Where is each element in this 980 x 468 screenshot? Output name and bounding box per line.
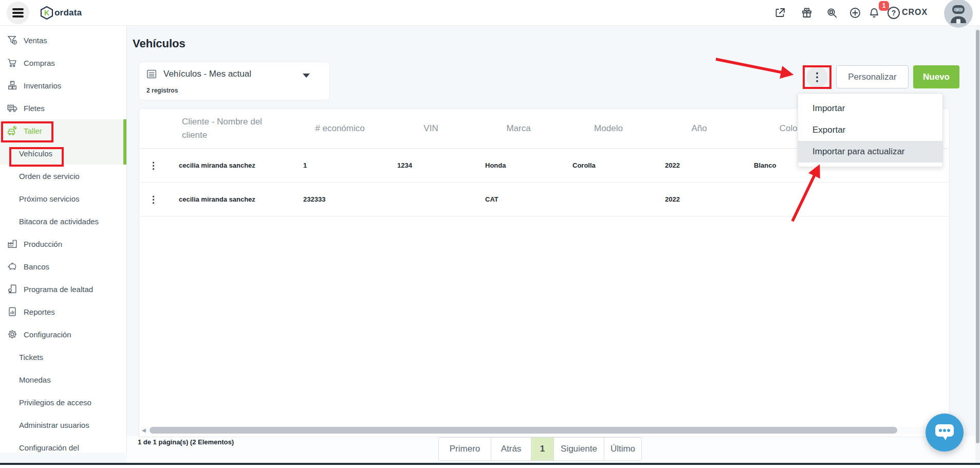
pagination-summary: 1 de 1 página(s) (2 Elementos) [138, 438, 234, 446]
sidebar-item-label: Próximo servicios [19, 194, 80, 203]
sidebar-item-label: Orden de servicio [19, 172, 80, 181]
sidebar-item-label: Configuración del [19, 443, 79, 452]
sidebar-footer-strip [0, 453, 127, 464]
search-icon[interactable] [826, 7, 838, 19]
more-actions-menu: Importar Exportar Importar para actualiz… [798, 93, 943, 167]
horizontal-scrollbar-thumb[interactable] [150, 427, 897, 434]
kebab-icon: ⋮ [811, 71, 823, 83]
gift-icon[interactable] [801, 7, 813, 19]
sidebar-item-label: Administrar usuarios [19, 421, 89, 429]
sidebar-item-programa-de-lealtad[interactable]: Programa de lealtad [0, 278, 126, 300]
main-content: Vehículos Vehículos - Mes actual 2 regis… [127, 26, 976, 468]
view-selector[interactable]: Vehículos - Mes actual 2 registros [139, 62, 330, 100]
scroll-left-arrow-icon[interactable]: ◀ [142, 427, 146, 433]
menu-item-importar-para-actualizar[interactable]: Importar para actualizar [798, 141, 942, 163]
sidebar-item-taller[interactable]: Taller [0, 119, 126, 142]
svg-text:K: K [44, 9, 49, 17]
table-row: ⋮ cecilia miranda sanchez 232333 CAT 202… [139, 183, 949, 217]
sidebar-item-bitacora-de-actividades[interactable]: Bitacora de actividades [0, 210, 126, 232]
column-header-marca[interactable]: Marca [475, 122, 562, 135]
personalize-button[interactable]: Personalizar [836, 65, 909, 88]
notification-badge: 1 [879, 1, 889, 11]
cell-economico: 232333 [293, 195, 387, 203]
cell-anio: 2022 [655, 195, 744, 203]
logo-hexagon-icon: K [40, 6, 53, 20]
add-circle-icon[interactable] [849, 7, 861, 19]
more-actions-button[interactable]: ⋮ [806, 66, 828, 88]
logo-text: ordata [54, 8, 82, 18]
chat-widget-button[interactable] [926, 413, 964, 452]
avatar[interactable] [944, 0, 973, 28]
pagination-last-button[interactable]: Último [604, 438, 641, 460]
chevron-down-icon [303, 74, 310, 78]
sidebar-item-produccion[interactable]: Producción [0, 232, 126, 255]
help-icon[interactable]: ? [887, 7, 900, 19]
pagination-first-button[interactable]: Primero [439, 438, 491, 460]
topbar: K ordata 1 ? CROX [0, 0, 980, 26]
external-link-icon[interactable] [774, 7, 786, 19]
pagination-current-page[interactable]: 1 [531, 438, 554, 460]
boxes-icon [5, 80, 20, 91]
piggy-bank-icon [5, 261, 20, 272]
column-header-cliente[interactable]: Cliente - Nombre del cliente [168, 115, 293, 141]
cell-marca: Honda [475, 161, 562, 169]
row-menu-button[interactable]: ⋮ [139, 160, 168, 171]
user-label: CROX [902, 8, 928, 17]
sidebar-item-proximo-servicios[interactable]: Próximo servicios [0, 187, 126, 210]
column-header-anio[interactable]: Año [655, 122, 744, 135]
pagination-next-button[interactable]: Siguiente [554, 438, 604, 460]
sidebar-item-bancos[interactable]: Bancos [0, 255, 126, 278]
sidebar-item-reportes[interactable]: Reportes [0, 300, 126, 323]
column-header-economico[interactable]: # económico [293, 122, 387, 135]
sidebar-item-label: Taller [24, 127, 42, 135]
column-header-vin[interactable]: VIN [387, 122, 475, 135]
sidebar-item-inventarios[interactable]: Inventarios [0, 74, 126, 97]
cell-modelo: Corolla [562, 161, 655, 169]
sidebar-item-label: Monedas [19, 375, 51, 384]
cell-cliente: cecilia miranda sanchez [168, 195, 293, 203]
sidebar-item-privilegios-de-acceso[interactable]: Privilegios de acceso [0, 391, 126, 413]
sidebar-item-label: Tickets [19, 353, 43, 362]
sidebar-item-ventas[interactable]: Ventas [0, 29, 126, 51]
loyalty-badge-icon [5, 283, 20, 295]
sidebar-item-label: Vehículos [19, 149, 52, 158]
sidebar: Ventas Compras Inventarios Fletes Taller [0, 26, 127, 468]
sidebar-item-label: Ventas [24, 36, 47, 45]
car-wrench-icon [5, 125, 20, 136]
sidebar-item-administrar-usuarios[interactable]: Administrar usuarios [0, 413, 126, 436]
menu-item-importar[interactable]: Importar [798, 98, 942, 119]
active-section-indicator [123, 119, 126, 165]
hamburger-icon [12, 7, 24, 20]
row-menu-button[interactable]: ⋮ [139, 194, 168, 205]
column-header-modelo[interactable]: Modelo [562, 122, 655, 135]
menu-item-exportar[interactable]: Exportar [798, 119, 942, 141]
sidebar-item-fletes[interactable]: Fletes [0, 97, 126, 119]
report-chart-icon [5, 306, 20, 317]
pagination-back-button[interactable]: Atrás [491, 438, 531, 460]
cell-marca: CAT [475, 195, 562, 203]
sidebar-item-vehiculos[interactable]: Vehículos [0, 142, 126, 165]
list-view-icon [146, 68, 157, 80]
sidebar-item-configuracion[interactable]: Configuración [0, 323, 126, 346]
sidebar-item-label: Producción [24, 240, 62, 248]
sidebar-item-label: Inventarios [24, 81, 61, 90]
sidebar-item-compras[interactable]: Compras [0, 51, 126, 74]
funnel-dollar-icon [5, 34, 20, 46]
cell-vin: 1234 [387, 161, 475, 169]
sidebar-item-label: Bitacora de actividades [19, 217, 99, 226]
sidebar-item-tickets[interactable]: Tickets [0, 346, 126, 368]
page-title: Vehículos [133, 37, 186, 50]
sidebar-item-label: Configuración [24, 330, 71, 339]
chat-bubble-icon [934, 423, 955, 442]
vertical-scrollbar-thumb[interactable] [976, 30, 979, 443]
window-bottom-margin [0, 465, 980, 468]
menu-toggle-button[interactable] [7, 2, 29, 24]
sidebar-item-monedas[interactable]: Monedas [0, 368, 126, 391]
new-button[interactable]: Nuevo [913, 65, 959, 88]
cart-icon [5, 57, 20, 68]
app-logo[interactable]: K ordata [40, 6, 82, 20]
sidebar-item-orden-de-servicio[interactable]: Orden de servicio [0, 165, 126, 187]
cell-cliente: cecilia miranda sanchez [168, 161, 293, 169]
cell-economico: 1 [293, 161, 387, 169]
sidebar-item-label: Fletes [24, 104, 45, 113]
